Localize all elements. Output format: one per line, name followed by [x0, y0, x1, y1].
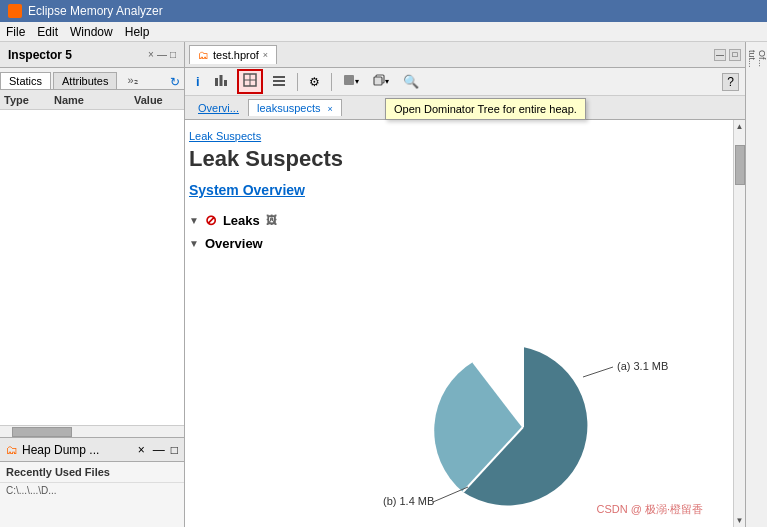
h-scroll-thumb-left[interactable] — [12, 427, 72, 437]
help-icon: ? — [722, 73, 739, 91]
app-title: Eclipse Memory Analyzer — [28, 4, 163, 18]
col-value-header: Value — [134, 94, 180, 106]
svg-rect-11 — [374, 77, 382, 85]
heap-dump-tab: 🗂 Heap Dump ... × — □ — [0, 438, 184, 462]
tab-statics[interactable]: Statics — [0, 72, 51, 89]
search-icon: 🔍 — [403, 74, 419, 89]
search-btn[interactable]: 🔍 — [398, 71, 424, 92]
bar-chart-icon — [214, 73, 228, 90]
recently-used-label: Recently Used Files — [0, 462, 184, 483]
pie-chart: (a) 3.1 MB (b) 1.4 MB — [373, 327, 673, 527]
window-controls: — □ — [714, 49, 741, 61]
heap-max[interactable]: □ — [171, 443, 178, 457]
scroll-up[interactable]: ▲ — [734, 120, 745, 133]
right-toolbar: i — [185, 68, 745, 96]
inspector-tab: Inspector 5 × — □ — [0, 42, 184, 68]
scroll-down[interactable]: ▼ — [734, 514, 745, 527]
export-arrow: ▾ — [355, 77, 359, 86]
main-layout: Inspector 5 × — □ Statics Attributes »₂ … — [0, 42, 767, 527]
heap-dump-icon: 🗂 — [6, 443, 18, 457]
win-minimize[interactable]: — — [714, 49, 726, 61]
sub-tab-overview[interactable]: Overvi... — [189, 99, 248, 117]
minimize-left[interactable]: — — [157, 49, 167, 60]
heap-min[interactable]: — — [153, 443, 165, 457]
menu-help[interactable]: Help — [125, 25, 150, 39]
right-tab-bar: 🗂 test.hprof × — □ — [185, 42, 745, 68]
bottom-left: 🗂 Heap Dump ... × — □ Recently Used File… — [0, 437, 184, 527]
statics-tabs: Statics Attributes »₂ ↻ — [0, 68, 184, 90]
app-icon — [8, 4, 22, 18]
scroll-thumb[interactable] — [735, 145, 745, 185]
content-wrapper: Leak Suspects Leak Suspects System Overv… — [185, 120, 745, 527]
leaks-photo-icon: 🖼 — [266, 214, 277, 226]
tab-close-btn[interactable]: × — [263, 50, 268, 60]
copy-arrow: ▾ — [385, 77, 389, 86]
more-tabs[interactable]: »₂ — [121, 72, 143, 89]
sub-tab-leaksuspects[interactable]: leaksuspects × — [248, 99, 342, 116]
menu-edit[interactable]: Edit — [37, 25, 58, 39]
right-panel: 🗂 test.hprof × — □ i — [185, 42, 745, 527]
svg-line-15 — [583, 367, 613, 377]
tab-attributes[interactable]: Attributes — [53, 72, 117, 89]
page-title: Leak Suspects — [189, 146, 717, 172]
heap-dump-label: Heap Dump ... — [22, 443, 99, 457]
info-btn[interactable]: i — [191, 71, 205, 92]
breadcrumb[interactable]: Leak Suspects — [189, 130, 717, 142]
copy-dropdown[interactable]: ▾ — [368, 71, 394, 92]
left-panel: Inspector 5 × — □ Statics Attributes »₂ … — [0, 42, 185, 527]
dominator-icon — [243, 73, 257, 90]
leaks-collapse-arrow[interactable]: ▼ — [189, 215, 199, 226]
chart-btn[interactable] — [209, 70, 233, 93]
inspector-tab-icons: × — □ — [144, 49, 176, 60]
svg-rect-0 — [215, 78, 218, 86]
overview-collapse-arrow[interactable]: ▼ — [189, 238, 199, 249]
svg-text:(b) 1.4 MB: (b) 1.4 MB — [383, 495, 434, 507]
maximize-left[interactable]: □ — [170, 49, 176, 60]
svg-rect-6 — [273, 76, 285, 78]
export-icon — [343, 74, 355, 89]
svg-rect-8 — [273, 84, 285, 86]
refresh-btn[interactable]: ↻ — [170, 75, 184, 89]
win-maximize[interactable]: □ — [729, 49, 741, 61]
help-btn[interactable]: ? — [722, 75, 739, 89]
watermark: CSDN @ 极溺·橙留香 — [596, 502, 703, 517]
v-scrollbar[interactable]: ▲ ▼ — [733, 120, 745, 527]
sub-tab-close[interactable]: × — [328, 104, 333, 114]
tooltip: Open Dominator Tree for entire heap. — [385, 98, 586, 120]
inspector-table-body — [0, 110, 184, 425]
leaks-section-header: ▼ ⊘ Leaks 🖼 — [189, 212, 717, 228]
svg-rect-7 — [273, 80, 285, 82]
pie-chart-area: (a) 3.1 MB (b) 1.4 MB — [373, 327, 673, 527]
far-right-panel: Of...tut... — [745, 42, 767, 527]
copy-icon — [373, 74, 385, 89]
title-bar: Eclipse Memory Analyzer — [0, 0, 767, 22]
svg-rect-1 — [219, 75, 222, 86]
far-right-text: Of...tut... — [747, 50, 767, 68]
heap-close[interactable]: × — [138, 443, 145, 457]
histogram-btn[interactable] — [267, 70, 291, 93]
gear-icon: ⚙ — [309, 75, 320, 89]
test-hprof-tab[interactable]: 🗂 test.hprof × — [189, 45, 277, 64]
svg-text:(a) 3.1 MB: (a) 3.1 MB — [617, 360, 668, 372]
col-type-header: Type — [4, 94, 54, 106]
svg-rect-2 — [224, 80, 227, 86]
svg-rect-9 — [344, 75, 354, 85]
hprof-icon: 🗂 — [198, 49, 209, 61]
export-dropdown[interactable]: ▾ — [338, 71, 364, 92]
menu-window[interactable]: Window — [70, 25, 113, 39]
system-overview-link[interactable]: System Overview — [189, 182, 717, 198]
inspector-label: Inspector 5 — [8, 48, 72, 62]
leaks-label: Leaks — [223, 213, 260, 228]
leaks-error-icon: ⊘ — [205, 212, 217, 228]
overview-label: Overview — [205, 236, 263, 251]
toolbar-sep-2 — [331, 73, 332, 91]
info-icon: i — [196, 74, 200, 89]
menu-file[interactable]: File — [6, 25, 25, 39]
tab-label: test.hprof — [213, 49, 259, 61]
inspector-close[interactable]: × — [148, 49, 154, 60]
content-area: Leak Suspects Leak Suspects System Overv… — [185, 120, 733, 527]
settings-btn[interactable]: ⚙ — [304, 72, 325, 92]
dominator-btn[interactable] — [237, 69, 263, 94]
h-scrollbar-left[interactable] — [0, 425, 184, 437]
overview-section-header: ▼ Overview — [189, 236, 717, 251]
